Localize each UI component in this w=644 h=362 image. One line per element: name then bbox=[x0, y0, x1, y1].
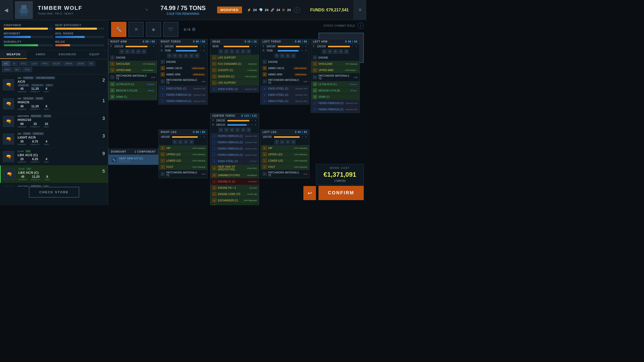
la-slot-medium-xpulse[interactable]: W MEDIUM X-PULSE XPulse bbox=[311, 87, 359, 94]
weapon-item-hvac10[interactable]: 🔫 WESTERN 50% CRIT HV.AC HVAC/10 60DAMAG… bbox=[0, 113, 108, 130]
lt-slot-ammo-srm[interactable]: A AMMO SRM SRM Ammo bbox=[261, 71, 309, 78]
ct-armor-r-minus[interactable]: − bbox=[251, 123, 253, 126]
ct-slot-heat-sink-kit[interactable]: H HEAT SINK KIT (PROTOTYPE) Proto DHS bbox=[210, 164, 259, 172]
ct-armor-f-plus[interactable]: + bbox=[255, 119, 256, 122]
la-slot-upper-arm[interactable]: U UPPER ARM +10% Melee... bbox=[311, 67, 359, 73]
confirm-button[interactable]: CONFIRM bbox=[318, 186, 364, 200]
ct-armor-f-minus[interactable]: − bbox=[251, 119, 253, 122]
head-slot-endo[interactable]: E ENDO-STEEL (C) Dynamic Slot bbox=[210, 86, 259, 92]
ct-slot-ferro4[interactable]: F FERRO-FIBROUS (C) Dynamic Slot bbox=[210, 152, 259, 158]
rt-armor-f-plus[interactable]: + bbox=[203, 45, 205, 48]
ct-slot-engine-core[interactable]: C ENGINE CORE 375 +5 HS Cap bbox=[210, 191, 259, 197]
right-arm-slot-srm6[interactable]: W SRM6 (C) bbox=[108, 94, 157, 100]
rl-armor-minus[interactable]: − bbox=[199, 135, 201, 138]
rt-slot-ammo-uac5[interactable]: A AMMO UAC/5 UACS Ammo bbox=[159, 65, 207, 71]
lt-armor-f-minus[interactable]: − bbox=[301, 45, 303, 48]
weapon-item-hvac5[interactable]: 🔫 GM 50% CRIT HV.AC HVAC/5 45DAMAGE 11.2… bbox=[0, 95, 108, 113]
la-slot-ferro1[interactable]: F FERRO-FIBROUS (C) Dynamic Slot bbox=[311, 100, 359, 106]
filter-las[interactable]: LAS bbox=[30, 61, 39, 66]
right-arm-slot-engine[interactable]: E ENGINE bbox=[108, 55, 157, 61]
undo-button[interactable]: ↩ bbox=[303, 186, 316, 200]
ct-slot-engine-xl[interactable]: E ENGINE XL (C) -19.25 ton bbox=[210, 178, 259, 185]
rt-armor-r-minus[interactable]: − bbox=[199, 49, 201, 52]
stock-role-info[interactable]: i bbox=[358, 23, 364, 29]
weapon-item-lbxac2[interactable]: 🔫 CLAN LBX LBX AC/2 (C) 25DAMAGE 6.25STA… bbox=[0, 148, 108, 165]
tab-weapon[interactable]: WEAPON bbox=[0, 50, 27, 59]
rl-slot-lower-leg[interactable]: L LOWER LEG +10% StandUp bbox=[159, 158, 207, 164]
back-button[interactable]: ◀ bbox=[0, 0, 13, 20]
ll-slot-lower-leg[interactable]: L LOWER LEG +10% StandUp bbox=[261, 158, 309, 164]
rt-slot-ferro1[interactable]: F FERRO-FIBROUS (C) Dynamic Slot bbox=[159, 92, 207, 98]
wrench-button[interactable]: 🔧 bbox=[111, 22, 126, 37]
la-slot-srm6[interactable]: W SRM6 (C) bbox=[311, 94, 359, 100]
ct-slot-ferro2[interactable]: F FERRO-FIBROUS (C) Dynamic Slot bbox=[210, 139, 259, 146]
right-arm-slot-medium-xpulse[interactable]: W MEDIUM X-PULSE XPulse bbox=[108, 87, 157, 94]
ct-slot-omnimech-gyro[interactable]: G OMNIMECH GYRO OmniMech bbox=[210, 172, 259, 178]
la-slot-engine[interactable]: E ENGINE bbox=[311, 55, 359, 61]
la-slot-shoulder[interactable]: S SHOULDER +5% StandUp bbox=[311, 61, 359, 67]
filter-ac[interactable]: AC bbox=[2, 61, 10, 66]
la-slot-patchwork[interactable]: P PATCHWORK MATERIALS T3 -0.6t bbox=[311, 73, 359, 81]
ct-slot-nova-cews[interactable]: N NOVA CEWS (C) +10% Sensors bbox=[210, 204, 259, 205]
lt-armor-r-minus[interactable]: − bbox=[301, 49, 303, 52]
lt-slot-patchwork[interactable]: P PATCHWORK MATERIALS T3 -0.6t bbox=[261, 78, 309, 85]
filter-tag[interactable]: TAG bbox=[22, 67, 32, 72]
edit-icon[interactable]: ✎ bbox=[146, 8, 148, 12]
right-arm-armor-plus[interactable]: + bbox=[153, 45, 154, 48]
head-slot-life-support1[interactable]: L LIFE SUPPORT bbox=[210, 55, 259, 61]
head-slot-life-support2[interactable]: L LIFE SUPPORT bbox=[210, 80, 259, 86]
ll-slot-foot[interactable]: F FOOT +10% StandUp bbox=[261, 164, 309, 170]
weapon-item-lightac5[interactable]: 🔫 GM 1 PIPS LIGHT AC LIGHT AC/5 35DAMAGE… bbox=[0, 130, 108, 148]
right-arm-slot-shoulder[interactable]: S SHOULDER +5% StandUp bbox=[108, 61, 157, 67]
filter-etc[interactable]: ETC bbox=[19, 61, 29, 66]
ct-slot-endo[interactable]: E ENDO-STEEL (C) 3.75 ton bbox=[210, 158, 259, 164]
lt-slot-endo2[interactable]: E ENDO-STEEL (C) Dynamic Slot bbox=[261, 92, 309, 98]
right-arm-slot-uac5[interactable]: W ULTRA AC/5 (C) 2 Recoil bbox=[108, 81, 157, 87]
slots-info-button[interactable]: i bbox=[294, 7, 300, 13]
ll-slot-hip[interactable]: H HIP +10% StandUp bbox=[261, 145, 309, 151]
rl-slot-hip[interactable]: H HIP +10% StandUp bbox=[159, 145, 207, 151]
ct-slot-ferro3[interactable]: F FERRO-FIBROUS (C) Dynamic Slot bbox=[210, 146, 259, 152]
rl-slot-patchwork[interactable]: P PATCHWORK MATERIALS T2 -0.4t bbox=[159, 170, 207, 178]
rt-slot-ammo-srm[interactable]: A AMMO SRM SRM Ammo bbox=[159, 71, 207, 78]
tab-engine[interactable]: ENGINE/HS bbox=[54, 50, 81, 59]
ll-armor-minus[interactable]: − bbox=[301, 135, 303, 138]
lt-slot-ammo-uac5[interactable]: A AMMO UAC/5 UACS Ammo bbox=[261, 65, 309, 71]
filter-rlm[interactable]: RL/M bbox=[51, 61, 62, 66]
shield-button[interactable]: 🛡 bbox=[163, 22, 178, 37]
rt-slot-engine[interactable]: E ENGINE bbox=[159, 59, 207, 65]
ll-slot-patchwork[interactable]: P PATCHWORK MATERIALS T2 -0.4t bbox=[261, 170, 309, 178]
lt-slot-engine[interactable]: E ENGINE bbox=[261, 59, 309, 65]
ct-slot-ferro1[interactable]: F FERRO-FIBROUS (C) Dynamic Slot bbox=[210, 133, 259, 139]
lt-armor-f-plus[interactable]: + bbox=[305, 45, 307, 48]
ct-slot-engine-hs[interactable]: E ENGINE HS + 5 -60 Heat bbox=[210, 185, 259, 191]
check-store-button[interactable]: CHECK STORE bbox=[29, 187, 79, 198]
ll-slot-upper-leg[interactable]: U UPPER LEG +10% StandUp bbox=[261, 151, 309, 158]
rt-armor-r-plus[interactable]: + bbox=[203, 49, 205, 52]
x-button[interactable]: ✕ bbox=[129, 22, 144, 37]
lt-slot-endo[interactable]: E ENDO-STEEL (C) Dynamic Slot bbox=[261, 85, 309, 92]
weapon-item-lbxac5[interactable]: 🔫 CLAN LBX LBX AC/5 (C) 45DAMAGE 11.25ST… bbox=[0, 165, 108, 183]
filter-lrm[interactable]: LR/M bbox=[75, 61, 86, 66]
ct-slot-exchanger[interactable]: E EXCHANGER (C) -15% WpnHeat bbox=[210, 197, 259, 204]
tab-equip[interactable]: EQUIP bbox=[81, 50, 108, 59]
la-slot-ferro2[interactable]: F FERRO-FIBROUS (C) Dynamic Slot bbox=[311, 106, 359, 113]
rt-armor-f-minus[interactable]: − bbox=[199, 45, 201, 48]
filter-ams[interactable]: AMS bbox=[2, 67, 12, 72]
la-slot-uac5[interactable]: W ULTRA AC/5 (C) 2 Recoil bbox=[311, 81, 359, 87]
ll-armor-plus[interactable]: + bbox=[305, 135, 307, 138]
la-armor-plus[interactable]: + bbox=[355, 45, 357, 48]
hamburger-menu[interactable]: ≡ bbox=[354, 0, 366, 20]
rl-slot-foot[interactable]: F FOOT +10% StandUp bbox=[159, 164, 207, 170]
right-arm-armor-minus[interactable]: − bbox=[149, 45, 151, 48]
filter-g[interactable]: G bbox=[11, 61, 18, 66]
filter-ppc[interactable]: PPC bbox=[40, 61, 50, 66]
tab-ammo[interactable]: AMMO bbox=[27, 50, 54, 59]
shield-x-button[interactable]: ◈ bbox=[146, 22, 161, 37]
right-arm-slot-upper-arm[interactable]: U UPPER ARM +10% Melee... bbox=[108, 67, 157, 73]
head-slot-fcs[interactable]: F FCS STANDARD (C) AdvZoom bbox=[210, 61, 259, 67]
right-arm-slot-patchwork[interactable]: P PATCHWORK MATERIALS T3 -0.6t bbox=[108, 73, 157, 81]
rt-slot-endo[interactable]: E ENDO-STEEL (C) Dynamic Slot bbox=[159, 85, 207, 92]
head-slot-cockpit[interactable]: C COCKPIT (C) 1 Gunnery bbox=[210, 67, 259, 73]
rl-armor-plus[interactable]: + bbox=[203, 135, 205, 138]
